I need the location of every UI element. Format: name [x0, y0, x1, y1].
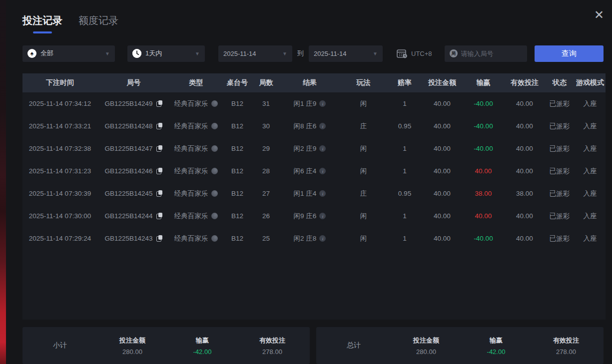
- clock-icon: [132, 49, 141, 58]
- play-type: 闲: [360, 212, 367, 221]
- info-icon[interactable]: i: [319, 168, 326, 174]
- bet-amount: 40.00: [434, 190, 451, 197]
- table-number: B12: [231, 212, 243, 220]
- status-badge: 已派彩: [550, 122, 570, 131]
- game-type: 经典百家乐: [174, 189, 208, 198]
- odds-value: 1: [403, 100, 407, 107]
- round-id: GB1225B14248: [104, 122, 152, 130]
- round-count: 30: [262, 122, 270, 130]
- col-header: 有效投注: [505, 78, 545, 87]
- round-id: GB1225B14245: [104, 190, 152, 197]
- date-to-select[interactable]: 2025-11-14 ▼: [309, 45, 383, 62]
- total-valid-value: 278.00: [531, 348, 601, 356]
- calendar-clock-icon: [397, 49, 408, 58]
- info-icon[interactable]: i: [319, 235, 326, 242]
- subtotal-card: 小计 投注金额 280.00 输赢 -42.00 有效投注 278.00: [22, 327, 310, 364]
- bet-amount: 40.00: [434, 100, 451, 107]
- query-button[interactable]: 查询: [535, 45, 604, 62]
- subtotal-bet-value: 280.00: [97, 348, 167, 356]
- round-id: GB1225B14247: [104, 145, 152, 152]
- info-icon[interactable]: i: [319, 123, 326, 129]
- game-type-select[interactable]: ♠ 全部 ▼: [22, 45, 115, 62]
- status-badge: 已派彩: [550, 167, 570, 176]
- round-count: 28: [262, 167, 270, 175]
- status-badge: 已派彩: [550, 234, 570, 243]
- result-text: 闲6 庄4: [294, 167, 317, 176]
- replay-icon[interactable]: [211, 145, 218, 152]
- chevron-down-icon: ▼: [195, 51, 200, 56]
- replay-icon[interactable]: [211, 190, 218, 197]
- subtotal-valid-title: 有效投注: [237, 336, 307, 345]
- game-mode: 入座: [584, 144, 597, 153]
- round-search-input[interactable]: [461, 50, 522, 57]
- copy-icon[interactable]: [156, 100, 163, 107]
- date-from-select[interactable]: 2025-11-14 ▼: [218, 45, 292, 62]
- subtotal-bet-title: 投注金额: [97, 336, 167, 345]
- timezone-indicator: UTC+8: [397, 49, 432, 58]
- copy-icon[interactable]: [156, 235, 163, 242]
- filter-bar: ♠ 全部 ▼ 1天内 ▼ 2025-11-14 ▼ 到 2025-11-14 ▼: [22, 45, 604, 62]
- copy-icon[interactable]: [156, 145, 163, 152]
- odds-value: 1: [403, 145, 407, 152]
- table-header-row: 下注时间 局号 类型 桌台号 局数 结果 玩法 赔率 投注金额 输赢 有效投注 …: [22, 73, 606, 92]
- valid-bet-amount: 38.00: [516, 190, 533, 197]
- replay-icon[interactable]: [211, 213, 218, 219]
- col-header: 下注时间: [22, 78, 97, 87]
- status-badge: 已派彩: [550, 99, 570, 108]
- info-icon[interactable]: i: [319, 100, 326, 107]
- info-icon[interactable]: i: [319, 213, 326, 219]
- replay-icon[interactable]: [211, 100, 218, 107]
- col-header: 类型: [170, 78, 222, 87]
- game-type: 经典百家乐: [174, 167, 208, 176]
- result-text: 闲8 庄6: [294, 122, 317, 131]
- game-type-value: 全部: [40, 49, 53, 58]
- copy-icon[interactable]: [156, 168, 163, 175]
- table-row: 2025-11-14 07:33:21 GB1225B14248 经典百家乐 B…: [22, 115, 606, 137]
- copy-icon[interactable]: [156, 190, 163, 197]
- tab-quota-records[interactable]: 额度记录: [78, 14, 118, 32]
- winloss-amount: 40.00: [475, 212, 492, 220]
- col-header: 玩法: [340, 78, 387, 87]
- play-type: 庄: [360, 189, 367, 198]
- total-label: 总计: [316, 341, 391, 350]
- info-icon[interactable]: i: [319, 145, 326, 152]
- play-type: 闲: [360, 234, 367, 243]
- round-id: GB1225B14244: [104, 212, 152, 220]
- bet-time: 2025-11-14 07:31:23: [29, 167, 91, 175]
- total-winloss-value: -42.00: [461, 348, 531, 356]
- total-bet: 投注金额 280.00: [391, 336, 461, 356]
- replay-icon[interactable]: [211, 123, 218, 129]
- info-icon[interactable]: i: [319, 190, 326, 197]
- game-mode: 入座: [584, 167, 597, 176]
- copy-icon[interactable]: [156, 123, 163, 130]
- tab-bet-records[interactable]: 投注记录: [22, 14, 62, 32]
- status-badge: 已派彩: [550, 144, 570, 153]
- valid-bet-amount: 40.00: [516, 145, 533, 152]
- replay-icon[interactable]: [211, 235, 218, 242]
- date-to-label: 到: [297, 49, 304, 58]
- valid-bet-amount: 40.00: [516, 100, 533, 107]
- time-range-select[interactable]: 1天内 ▼: [127, 45, 205, 62]
- copy-icon[interactable]: [156, 213, 163, 220]
- round-count: 26: [262, 212, 270, 220]
- subtotal-winloss: 输赢 -42.00: [167, 336, 237, 356]
- chevron-down-icon: ▼: [373, 51, 378, 56]
- close-icon[interactable]: ✕: [594, 9, 604, 21]
- round-id: GB1225B14243: [104, 235, 152, 242]
- bet-time: 2025-11-14 07:30:39: [29, 190, 91, 197]
- table-number: B12: [231, 145, 243, 152]
- play-type: 庄: [360, 122, 367, 131]
- result-text: 闲9 庄6: [294, 212, 317, 221]
- col-header: 赔率: [387, 78, 422, 87]
- winloss-amount: 38.00: [475, 190, 492, 197]
- round-count: 25: [262, 235, 270, 242]
- winloss-amount: -40.00: [474, 145, 493, 152]
- table-row: 2025-11-14 07:29:24 GB1225B14243 经典百家乐 B…: [22, 227, 606, 250]
- col-header: 结果: [280, 78, 340, 87]
- table-number: B12: [231, 122, 243, 130]
- table-body: 2025-11-14 07:34:12 GB1225B14249 经典百家乐 B…: [22, 92, 606, 320]
- subtotal-winloss-value: -42.00: [167, 348, 237, 356]
- table-row: 2025-11-14 07:30:00 GB1225B14244 经典百家乐 B…: [22, 205, 606, 227]
- replay-icon[interactable]: [211, 168, 218, 174]
- round-search-field[interactable]: 局: [445, 45, 527, 62]
